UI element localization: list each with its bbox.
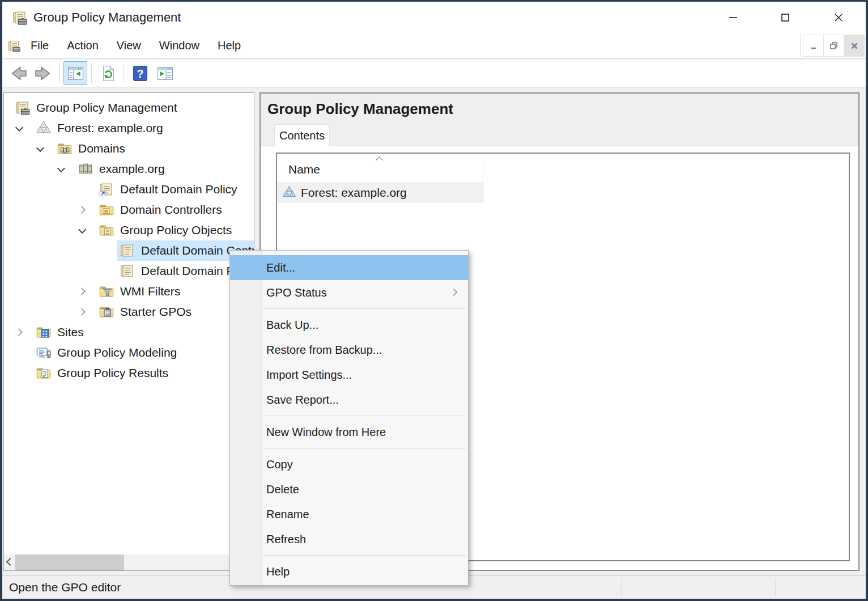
gpo-folder-icon xyxy=(98,222,115,239)
chevron-right-icon[interactable] xyxy=(78,308,86,316)
toolbar-separator xyxy=(91,63,92,83)
menu-action[interactable]: Action xyxy=(58,33,108,58)
context-menu-item-label: Import Settings... xyxy=(266,369,352,382)
context-menu-item-label: Delete xyxy=(266,483,299,496)
ou-folder-icon xyxy=(98,201,115,218)
toolbar-show-hide-console-tree-button[interactable] xyxy=(63,61,87,85)
sites-folder-icon xyxy=(35,324,52,341)
tree-item-group-policy-modeling[interactable]: Group Policy Modeling xyxy=(4,342,254,363)
domains-folder-icon xyxy=(56,140,73,157)
chevron-down-icon[interactable] xyxy=(15,124,23,132)
context-menu-item-label: Copy xyxy=(266,458,293,471)
tree-item-example-org[interactable]: example.org xyxy=(4,159,254,179)
mdi-close-button[interactable] xyxy=(844,35,865,57)
status-divider xyxy=(775,578,776,596)
context-menu-item-label: Edit... xyxy=(266,261,295,274)
details-pane-header: Group Policy Management Contents xyxy=(261,94,858,146)
tree-item-sites[interactable]: Sites xyxy=(4,322,254,342)
chevron-down-icon[interactable] xyxy=(57,165,65,173)
tree-item-starter-gpos[interactable]: Starter GPOs xyxy=(4,302,254,322)
context-menu-separator xyxy=(263,555,466,556)
starter-gpo-folder-icon xyxy=(98,303,115,320)
toolbar-refresh-button[interactable] xyxy=(96,61,120,85)
menu-file[interactable]: File xyxy=(22,33,58,58)
tree-item-default-domain-policy[interactable]: Default Domain Policy xyxy=(4,179,254,200)
context-menu: Edit...GPO StatusBack Up...Restore from … xyxy=(229,250,469,586)
tree-item-group-policy-results[interactable]: Group Policy Results xyxy=(4,363,254,383)
tree-item-domains[interactable]: Domains xyxy=(4,138,254,159)
toolbar-back-button[interactable] xyxy=(6,61,30,85)
tree-item-label: Group Policy Objects xyxy=(120,223,232,237)
context-menu-item-import-settings[interactable]: Import Settings... xyxy=(230,362,468,387)
list-item-forest[interactable]: Forest: example.org xyxy=(277,182,484,203)
domain-servers-icon xyxy=(77,160,94,177)
gpo-link-icon xyxy=(98,181,115,198)
context-menu-item-refresh[interactable]: Refresh xyxy=(230,527,468,552)
mdi-restore-button[interactable] xyxy=(823,35,844,57)
tree-item-group-policy-objects[interactable]: Group Policy Objects xyxy=(4,220,254,240)
menu-view[interactable]: View xyxy=(108,33,150,58)
chevron-down-icon[interactable] xyxy=(36,145,44,153)
list-column-header[interactable]: Name xyxy=(277,154,849,182)
context-menu-item-back-up[interactable]: Back Up... xyxy=(230,312,468,337)
wmi-folder-icon xyxy=(98,283,115,300)
context-menu-item-new-window-from-here[interactable]: New Window from Here xyxy=(230,420,468,445)
toolbar-separator xyxy=(124,63,124,83)
tree-item-label: Group Policy Management xyxy=(36,101,177,115)
tree-horizontal-scrollbar[interactable] xyxy=(4,555,254,570)
toolbar-new-window-button[interactable] xyxy=(153,61,177,85)
svg-text:?: ? xyxy=(137,67,143,79)
menu-bar: FileActionViewWindowHelp xyxy=(2,33,866,59)
context-menu-item-rename[interactable]: Rename xyxy=(230,502,468,527)
chevron-right-icon[interactable] xyxy=(78,287,86,295)
tree-item-wmi-filters[interactable]: WMI Filters xyxy=(4,281,254,302)
list-item-label: Forest: example.org xyxy=(301,186,407,200)
menu-help[interactable]: Help xyxy=(209,33,250,58)
close-button[interactable] xyxy=(823,2,854,33)
context-menu-item-copy[interactable]: Copy xyxy=(230,452,468,477)
scrollbar-thumb[interactable] xyxy=(15,555,124,570)
tree-item-default-domain-controllers-policy[interactable]: Default Domain Controllers Policy xyxy=(4,240,254,261)
context-menu-item-delete[interactable]: Delete xyxy=(230,477,468,502)
tree-item-default-domain-policy[interactable]: Default Domain Policy xyxy=(4,261,254,281)
tree-item-label: WMI Filters xyxy=(120,285,180,298)
menu-window[interactable]: Window xyxy=(150,33,209,58)
status-text: Open the GPO editor xyxy=(9,575,121,599)
column-divider[interactable] xyxy=(483,155,483,181)
scroll-left-icon[interactable] xyxy=(6,558,14,566)
ou-folder-icon xyxy=(98,201,115,218)
chevron-down-icon[interactable] xyxy=(78,226,86,234)
context-menu-item-save-report[interactable]: Save Report... xyxy=(230,387,468,412)
toolbar-help-button[interactable]: ? xyxy=(128,61,152,85)
context-menu-item-help[interactable]: Help xyxy=(230,559,468,584)
tree-item-domain-controllers[interactable]: Domain Controllers xyxy=(4,200,254,220)
page-title: Group Policy Management xyxy=(267,100,453,118)
context-menu-item-label: Save Report... xyxy=(266,393,339,407)
minimize-button[interactable] xyxy=(717,2,749,33)
sort-ascending-icon xyxy=(376,156,383,164)
sites-folder-icon xyxy=(35,324,52,341)
context-menu-item-label: GPO Status xyxy=(266,286,327,299)
tree-item-label: Default Domain Policy xyxy=(120,183,237,196)
chevron-right-icon[interactable] xyxy=(15,328,23,336)
gpo-scroll-icon xyxy=(119,263,136,280)
forest-icon xyxy=(35,120,52,137)
new-window-icon xyxy=(156,64,175,83)
console-tree-icon xyxy=(66,64,85,83)
mdi-minimize-button[interactable] xyxy=(803,35,824,57)
maximize-button[interactable] xyxy=(769,2,801,33)
tree-item-group-policy-management[interactable]: Group Policy Management xyxy=(4,98,254,118)
console-scroll-icon xyxy=(7,39,22,53)
tree-item-forest-example-org[interactable]: Forest: example.org xyxy=(4,118,254,138)
toolbar-forward-button[interactable] xyxy=(31,61,55,85)
status-divider xyxy=(621,578,622,596)
context-menu-item-restore-from-backup[interactable]: Restore from Backup... xyxy=(230,337,468,362)
context-menu-item-label: Refresh xyxy=(266,533,306,546)
context-menu-item-edit[interactable]: Edit... xyxy=(230,255,468,280)
context-menu-item-gpo-status[interactable]: GPO Status xyxy=(230,280,468,305)
tree-item-label: Group Policy Modeling xyxy=(57,346,177,359)
chevron-right-icon[interactable] xyxy=(78,206,86,214)
tree-item-label: Domain Controllers xyxy=(120,203,222,217)
forest-blue-icon xyxy=(282,185,297,200)
tab-contents[interactable]: Contents xyxy=(274,124,330,146)
